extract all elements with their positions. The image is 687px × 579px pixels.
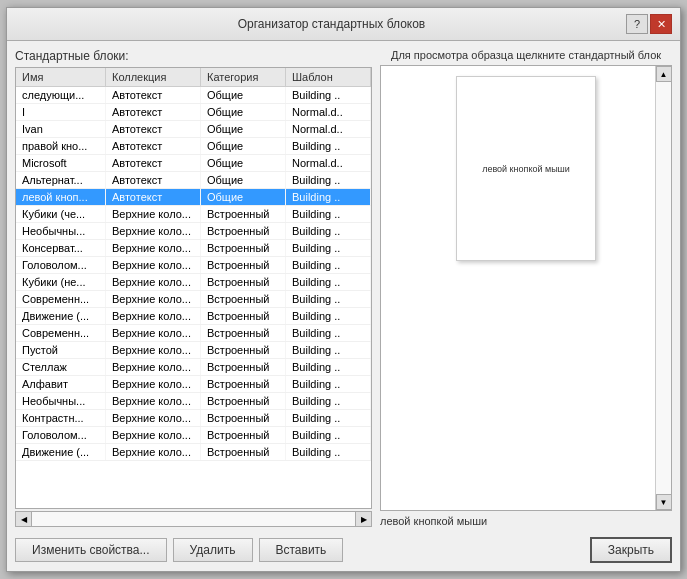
table-cell-name: Ivan	[16, 121, 106, 137]
table-cell-template: Building ..	[286, 427, 371, 443]
table-cell-name: I	[16, 104, 106, 120]
insert-button[interactable]: Вставить	[259, 538, 344, 562]
table-cell-name: Алфавит	[16, 376, 106, 392]
table-row[interactable]: Современн...Верхние коло...ВстроенныйBui…	[16, 291, 371, 308]
table-cell-category: Общие	[201, 172, 286, 188]
table-cell-collection: Верхние коло...	[106, 342, 201, 358]
table-cell-name: Необычны...	[16, 223, 106, 239]
preview-label: Для просмотра образца щелкните стандартн…	[380, 49, 672, 61]
col-category: Категория	[201, 68, 286, 86]
table-cell-collection: Верхние коло...	[106, 274, 201, 290]
table-cell-collection: Автотекст	[106, 155, 201, 171]
btn-group-right: Закрыть	[590, 537, 672, 563]
close-button[interactable]: Закрыть	[590, 537, 672, 563]
preview-caption: левой кнопкой мыши	[380, 515, 672, 527]
table-row[interactable]: Необычны...Верхние коло...ВстроенныйBuil…	[16, 223, 371, 240]
table-cell-template: Building ..	[286, 410, 371, 426]
dialog-title: Организатор стандартных блоков	[37, 17, 626, 31]
table-cell-template: Building ..	[286, 138, 371, 154]
blocks-table: Имя Коллекция Категория Шаблон следующи.…	[15, 67, 372, 509]
table-row[interactable]: Кубики (не...Верхние коло...ВстроенныйBu…	[16, 274, 371, 291]
table-cell-template: Building ..	[286, 393, 371, 409]
table-cell-name: Microsoft	[16, 155, 106, 171]
main-area: Стандартные блоки: Имя Коллекция Категор…	[15, 49, 672, 527]
scroll-track-h[interactable]	[32, 512, 355, 526]
table-row[interactable]: Движение (...Верхние коло...ВстроенныйBu…	[16, 444, 371, 461]
table-row[interactable]: правой кно...АвтотекстОбщиеBuilding ..	[16, 138, 371, 155]
table-cell-template: Building ..	[286, 223, 371, 239]
table-body[interactable]: следующи...АвтотекстОбщиеBuilding ..IАвт…	[16, 87, 371, 508]
table-cell-collection: Верхние коло...	[106, 444, 201, 460]
table-cell-template: Building ..	[286, 376, 371, 392]
properties-button[interactable]: Изменить свойства...	[15, 538, 167, 562]
table-row[interactable]: Движение (...Верхние коло...ВстроенныйBu…	[16, 308, 371, 325]
table-cell-category: Встроенный	[201, 427, 286, 443]
table-cell-name: Необычны...	[16, 393, 106, 409]
table-cell-collection: Автотекст	[106, 121, 201, 137]
table-row[interactable]: ПустойВерхние коло...ВстроенныйBuilding …	[16, 342, 371, 359]
table-cell-template: Building ..	[286, 308, 371, 324]
delete-button[interactable]: Удалить	[173, 538, 253, 562]
table-cell-collection: Верхние коло...	[106, 393, 201, 409]
table-row[interactable]: Современн...Верхние коло...ВстроенныйBui…	[16, 325, 371, 342]
table-cell-category: Встроенный	[201, 444, 286, 460]
table-cell-collection: Верхние коло...	[106, 427, 201, 443]
table-cell-template: Building ..	[286, 291, 371, 307]
help-button[interactable]: ?	[626, 14, 648, 34]
table-cell-collection: Автотекст	[106, 189, 201, 205]
scroll-track-v[interactable]	[656, 82, 671, 494]
dialog-body: Стандартные блоки: Имя Коллекция Категор…	[7, 41, 680, 571]
left-panel: Стандартные блоки: Имя Коллекция Категор…	[15, 49, 372, 527]
table-row[interactable]: левой кноп...АвтотекстОбщиеBuilding ..	[16, 189, 371, 206]
table-cell-collection: Верхние коло...	[106, 291, 201, 307]
table-cell-name: Кубики (не...	[16, 274, 106, 290]
table-row[interactable]: Альтернат...АвтотекстОбщиеBuilding ..	[16, 172, 371, 189]
table-cell-template: Building ..	[286, 325, 371, 341]
scroll-down-icon[interactable]: ▼	[656, 494, 672, 510]
table-cell-collection: Верхние коло...	[106, 410, 201, 426]
table-cell-category: Встроенный	[201, 274, 286, 290]
table-cell-name: левой кноп...	[16, 189, 106, 205]
left-panel-label: Стандартные блоки:	[15, 49, 372, 63]
table-row[interactable]: Консерват...Верхние коло...ВстроенныйBui…	[16, 240, 371, 257]
table-row[interactable]: MicrosoftАвтотекстОбщиеNormal.d..	[16, 155, 371, 172]
right-panel: Для просмотра образца щелкните стандартн…	[380, 49, 672, 527]
table-cell-category: Встроенный	[201, 257, 286, 273]
horizontal-scrollbar[interactable]: ◀ ▶	[15, 511, 372, 527]
table-cell-name: Движение (...	[16, 444, 106, 460]
close-title-button[interactable]: ✕	[650, 14, 672, 34]
table-row[interactable]: СтеллажВерхние коло...ВстроенныйBuilding…	[16, 359, 371, 376]
table-row[interactable]: следующи...АвтотекстОбщиеBuilding ..	[16, 87, 371, 104]
table-cell-template: Normal.d..	[286, 155, 371, 171]
table-row[interactable]: Необычны...Верхние коло...ВстроенныйBuil…	[16, 393, 371, 410]
table-cell-name: Стеллаж	[16, 359, 106, 375]
table-cell-name: Движение (...	[16, 308, 106, 324]
table-row[interactable]: Головолом...Верхние коло...ВстроенныйBui…	[16, 257, 371, 274]
table-cell-collection: Верхние коло...	[106, 206, 201, 222]
table-cell-category: Встроенный	[201, 393, 286, 409]
table-cell-name: Контрастн...	[16, 410, 106, 426]
table-cell-category: Общие	[201, 138, 286, 154]
table-row[interactable]: АлфавитВерхние коло...ВстроенныйBuilding…	[16, 376, 371, 393]
scroll-right-icon[interactable]: ▶	[355, 512, 371, 526]
col-name: Имя	[16, 68, 106, 86]
table-row[interactable]: Кубики (че...Верхние коло...ВстроенныйBu…	[16, 206, 371, 223]
table-row[interactable]: Головолом...Верхние коло...ВстроенныйBui…	[16, 427, 371, 444]
table-cell-name: Современн...	[16, 325, 106, 341]
table-row[interactable]: IvanАвтотекстОбщиеNormal.d..	[16, 121, 371, 138]
table-cell-template: Building ..	[286, 274, 371, 290]
scroll-left-icon[interactable]: ◀	[16, 512, 32, 526]
scroll-up-icon[interactable]: ▲	[656, 66, 672, 82]
table-cell-name: Современн...	[16, 291, 106, 307]
table-cell-name: Головолом...	[16, 257, 106, 273]
table-cell-category: Встроенный	[201, 325, 286, 341]
title-buttons: ? ✕	[626, 14, 672, 34]
table-cell-collection: Верхние коло...	[106, 376, 201, 392]
table-cell-collection: Верхние коло...	[106, 359, 201, 375]
preview-scrollbar[interactable]: ▲ ▼	[655, 66, 671, 510]
table-row[interactable]: IАвтотекстОбщиеNormal.d..	[16, 104, 371, 121]
table-cell-category: Встроенный	[201, 376, 286, 392]
table-row[interactable]: Контрастн...Верхние коло...ВстроенныйBui…	[16, 410, 371, 427]
table-cell-collection: Автотекст	[106, 104, 201, 120]
button-row: Изменить свойства... Удалить Вставить За…	[15, 533, 672, 563]
